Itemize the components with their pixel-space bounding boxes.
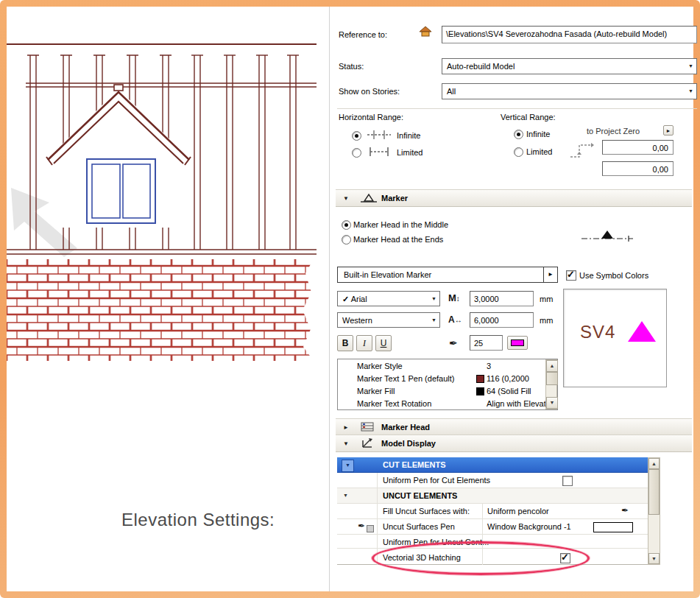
list-scrollbar[interactable]: ▲ ▼ xyxy=(545,359,557,409)
brick-foundation xyxy=(7,259,329,361)
pen-swatch xyxy=(476,375,484,383)
script-combobox[interactable]: Western ▼ xyxy=(337,312,440,328)
project-zero-menu-button[interactable]: ► xyxy=(663,125,674,136)
collapse-arrow-icon[interactable]: ► xyxy=(343,424,349,431)
table-row[interactable]: ✒ Uncut Surfaces Pen Window Background -… xyxy=(337,519,648,535)
to-project-zero-label: to Project Zero xyxy=(587,127,640,136)
scroll-up-button[interactable]: ▲ xyxy=(546,360,558,372)
font-height-icon: M↕ xyxy=(448,292,460,303)
use-symbol-colors-label[interactable]: Use Symbol Colors xyxy=(579,271,648,281)
vertical-limits-icon xyxy=(569,138,594,161)
marker-head-preview xyxy=(581,228,633,244)
marker-head-ends-label[interactable]: Marker Head at the Ends xyxy=(353,235,443,245)
check-icon: ✓ xyxy=(342,295,349,303)
drawing-caption: Elevation Settings: xyxy=(121,510,275,530)
table-row-cut-elements[interactable]: ▼ CUT ELEMENTS xyxy=(337,457,648,473)
vertical-limited-label[interactable]: Limited xyxy=(526,147,552,157)
infinite-range-icon xyxy=(367,129,391,141)
scroll-down-button[interactable]: ▼ xyxy=(546,397,558,409)
pen-color-swatch xyxy=(511,340,524,346)
horizontal-limited-label[interactable]: Limited xyxy=(397,148,423,158)
separator xyxy=(337,108,697,109)
horizontal-infinite-label[interactable]: Infinite xyxy=(397,131,420,141)
italic-button[interactable]: I xyxy=(356,335,372,351)
list-item[interactable]: Marker Text Rotation Align with Elevat xyxy=(338,397,545,409)
scroll-up-icon: ▲ xyxy=(651,461,657,466)
list-item[interactable]: Marker Style 3 xyxy=(338,359,545,372)
list-item[interactable]: Marker Text 1 Pen (default) 116 (0,2000 xyxy=(338,372,545,384)
page-content: Elevation Settings: Reference to: \Eleva… xyxy=(7,7,693,591)
font-combobox[interactable]: ✓ Arial ▼ xyxy=(337,291,440,306)
chevron-down-icon: ▼ xyxy=(431,317,436,323)
status-combobox[interactable]: Auto-rebuild Model ▼ xyxy=(442,58,697,74)
table-row[interactable]: Uniform Pen for Uncut Cont... xyxy=(337,535,648,549)
table-scrollbar[interactable]: ▲ ▼ xyxy=(648,457,660,565)
pen-number-field[interactable]: 25 xyxy=(470,335,503,351)
screenshot-frame: Elevation Settings: Reference to: \Eleva… xyxy=(0,0,700,598)
pen-box-icon xyxy=(367,525,374,532)
marker-section-bar[interactable]: ▼ Marker xyxy=(336,189,692,207)
font-size-field[interactable]: 3,0000 xyxy=(470,291,534,306)
horizontal-limited-radio[interactable] xyxy=(352,148,361,158)
vectorial-3d-hatching-checkbox[interactable] xyxy=(560,553,570,563)
model-display-icon xyxy=(361,437,374,449)
table-expand-icon[interactable]: ▼ xyxy=(342,460,354,472)
background-color-swatch[interactable] xyxy=(593,522,633,532)
scroll-down-button[interactable]: ▼ xyxy=(648,553,660,564)
marker-head-middle-label[interactable]: Marker Head in the Middle xyxy=(353,220,448,230)
collapse-arrow-icon[interactable]: ▼ xyxy=(343,440,349,447)
elevation-drawing: Elevation Settings: xyxy=(7,7,329,591)
list-item[interactable]: Marker Fill 64 (Solid Fill xyxy=(338,384,545,397)
upper-limit-field[interactable]: 0,00 xyxy=(602,140,674,155)
builtin-marker-selector[interactable]: Built-in Elevation Marker ► xyxy=(337,267,558,283)
marker-head-ends-radio[interactable] xyxy=(342,235,351,245)
uniform-pen-cut-checkbox[interactable] xyxy=(562,476,573,486)
pen-icon: ✒ xyxy=(449,337,458,349)
vertical-range-label: Vertical Range: xyxy=(501,113,556,122)
marker-head-icon xyxy=(361,422,374,432)
stories-label: Show on Stories: xyxy=(339,87,400,96)
spacing-field[interactable]: 6,0000 xyxy=(470,312,534,328)
underline-button[interactable]: U xyxy=(375,335,392,351)
home-icon xyxy=(419,26,432,38)
pen-color-button[interactable] xyxy=(507,336,528,350)
spacing-unit: mm xyxy=(540,316,553,326)
model-display-section-bar[interactable]: ▼ Model Display xyxy=(336,435,692,452)
vertical-limited-radio[interactable] xyxy=(514,147,523,157)
scroll-thumb[interactable] xyxy=(648,469,660,515)
table-expand-icon[interactable]: ▼ xyxy=(343,493,348,498)
chevron-down-icon: ▼ xyxy=(431,296,436,301)
marker-property-list[interactable]: Marker Style 3 Marker Text 1 Pen (defaul… xyxy=(337,359,558,410)
horizontal-range-label: Horizontal Range: xyxy=(339,113,403,122)
marker-head-middle-radio[interactable] xyxy=(342,220,351,230)
table-gridline xyxy=(482,504,483,565)
collapse-arrow-icon[interactable]: ▼ xyxy=(343,195,349,202)
pen-icon[interactable]: ✒ xyxy=(621,505,629,516)
scroll-up-button[interactable]: ▲ xyxy=(648,458,660,469)
marker-head-section-title: Marker Head xyxy=(381,423,430,432)
right-arrow-icon: ► xyxy=(666,128,671,133)
elevation-marker-icon xyxy=(361,193,377,203)
fill-swatch xyxy=(476,387,484,395)
lower-limit-field[interactable]: 0,00 xyxy=(602,161,674,176)
reference-field[interactable]: \Elevations\SV4 Severozahodna Fasada (Au… xyxy=(442,26,697,43)
table-row[interactable]: Fill Uncut Surfaces with: Uniform pencol… xyxy=(337,504,648,519)
vertical-infinite-label[interactable]: Infinite xyxy=(526,130,550,139)
marker-head-section-bar[interactable]: ► Marker Head xyxy=(336,418,692,435)
horizontal-infinite-radio[interactable] xyxy=(352,131,361,141)
status-label: Status: xyxy=(339,62,364,71)
right-arrow-icon[interactable]: ► xyxy=(543,267,557,282)
marker-preview-triangle xyxy=(627,320,657,342)
stories-combobox[interactable]: All ▼ xyxy=(442,83,697,99)
bold-button[interactable]: B xyxy=(337,335,353,351)
marker-preview-text: SV4 xyxy=(580,322,615,342)
vertical-infinite-radio[interactable] xyxy=(514,130,523,139)
model-display-section-title: Model Display xyxy=(381,439,436,448)
table-row-vectorial-3d-hatching[interactable]: Vectorial 3D Hatching xyxy=(337,549,648,565)
table-row[interactable]: Uniform Pen for Cut Elements xyxy=(337,473,648,488)
pen-picker-icon[interactable]: ✒ xyxy=(358,521,365,531)
scroll-thumb[interactable] xyxy=(546,372,558,385)
chevron-down-icon: ▼ xyxy=(688,88,693,94)
table-row-uncut-elements[interactable]: ▼ UNCUT ELEMENTS xyxy=(337,488,648,504)
use-symbol-colors-checkbox[interactable] xyxy=(566,270,576,281)
